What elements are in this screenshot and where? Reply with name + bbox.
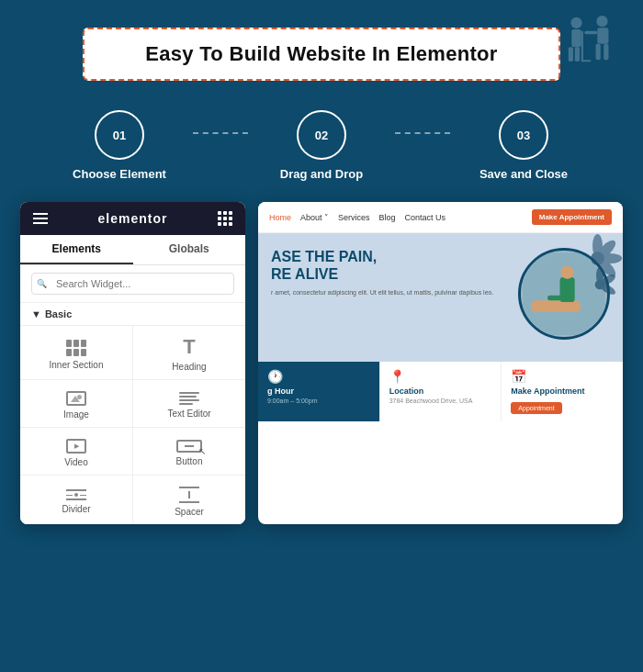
svg-rect-9 [604,44,608,61]
image-icon [66,391,86,406]
appointment-card-title: Make Appointment [511,386,614,396]
hero-subtext: r amet, consectetur adipiscing elit. Ut … [271,288,518,297]
clock-icon: 🕐 [267,369,370,384]
widget-text-editor-label: Text Editor [167,409,210,419]
widget-inner-section-label: Inner Section [50,360,104,370]
step-connector-2 [395,132,450,134]
svg-rect-7 [597,28,608,44]
widget-spacer[interactable]: Spacer [133,476,245,524]
title-box: Easy To Build Website In Elementor [83,28,560,81]
spacer-icon [179,487,199,503]
svg-rect-8 [596,44,601,61]
step-1-circle: 01 [95,110,144,160]
widget-divider-label: Divider [62,504,90,514]
svg-rect-17 [531,300,581,312]
info-card-appointment: 📅 Make Appointment Appointment [502,362,623,421]
divider-icon [66,489,86,500]
widget-divider[interactable]: Divider [20,476,132,524]
step-1-number: 01 [113,129,126,142]
widget-grid: Inner Section T Heading Image [20,325,245,524]
appointment-btn[interactable]: Appointment [511,402,561,414]
step-1-label: Choose Element [73,167,166,181]
text-editor-icon [179,392,199,405]
elementor-panel: elementor Elements Globals ▼ Basic [20,202,245,524]
nav-services[interactable]: Services [338,213,370,222]
hero-text: ASE THE PAIN, RE ALIVE r amet, consectet… [271,248,518,297]
step-3: 03 Save and Close [450,110,597,181]
widget-spacer-label: Spacer [175,507,204,517]
widget-heading-label: Heading [172,362,206,372]
calendar-icon: 📅 [511,369,614,384]
info-card-location: 📍 Location 3784 Beachwood Drive, USA [380,362,502,421]
hero-heading: ASE THE PAIN, RE ALIVE [271,248,518,283]
location-card-title: Location [389,386,492,396]
svg-rect-4 [581,31,583,62]
location-card-sub: 3784 Beachwood Drive, USA [389,398,492,404]
svg-rect-2 [569,47,573,62]
tab-globals[interactable]: Globals [133,235,246,264]
svg-point-0 [570,17,581,28]
tab-elements[interactable]: Elements [20,235,133,264]
preview-hero: ASE THE PAIN, RE ALIVE r amet, consectet… [258,233,623,362]
svg-point-24 [595,280,605,290]
nav-home[interactable]: Home [269,213,291,222]
nav-cta-button[interactable]: Make Appointment [532,209,612,225]
panel-header: elementor [20,202,245,235]
preview-nav: Home About ˅ Services Blog Contact Us Ma… [258,202,623,233]
widget-heading[interactable]: T Heading [133,326,245,379]
step-3-number: 03 [517,129,530,142]
svg-rect-20 [547,296,572,300]
website-preview: Home About ˅ Services Blog Contact Us Ma… [258,202,623,524]
svg-rect-10 [584,31,597,35]
video-icon [66,439,86,454]
flower-bottom-right-icon [581,266,618,307]
widget-text-editor[interactable]: Text Editor [133,380,245,427]
step-2-number: 02 [315,129,328,142]
heading-icon: T [183,337,195,358]
nav-links: Home About ˅ Services Blog Contact Us [269,213,446,222]
info-cards: 🕐 g Hour 9:00am – 5:00pm 📍 Location 3784… [258,362,623,421]
step-3-circle: 03 [499,110,548,160]
widget-inner-section[interactable]: Inner Section [20,326,132,379]
nav-blog[interactable]: Blog [379,213,396,222]
widget-image[interactable]: Image [20,380,132,427]
nav-about[interactable]: About ˅ [300,213,329,222]
svg-point-15 [591,252,604,265]
svg-rect-5 [581,60,592,62]
panel-tabs: Elements Globals [20,235,245,265]
widget-button-label: Button [176,456,203,466]
step-connector-1 [193,132,248,134]
hour-card-title: g Hour [267,386,370,396]
svg-rect-3 [575,47,580,62]
panel-title: elementor [98,211,168,226]
widget-video[interactable]: Video [20,428,132,475]
inner-section-icon [66,340,86,356]
nav-contact[interactable]: Contact Us [405,213,446,222]
search-wrap [31,273,234,295]
steps-row: 01 Choose Element 02 Drag and Drop 03 Sa… [46,110,597,181]
grid-icon[interactable] [218,211,232,226]
top-right-figure-icon [560,9,625,77]
panel-search-area [20,265,245,303]
widget-image-label: Image [63,409,89,420]
step-1: 01 Choose Element [46,110,193,181]
section-title: ▼ Basic [20,303,245,325]
step-2-label: Drag and Drop [280,167,363,181]
main-content: elementor Elements Globals ▼ Basic [20,202,623,524]
widget-button[interactable]: ↖ Button [133,428,245,475]
page-title: Easy To Build Website In Elementor [112,42,531,66]
pin-icon: 📍 [389,369,492,384]
svg-point-6 [596,16,607,27]
step-2: 02 Drag and Drop [248,110,395,181]
step-3-label: Save and Close [479,167,568,181]
search-input[interactable] [31,273,234,295]
svg-rect-1 [571,29,581,47]
widget-video-label: Video [64,457,87,467]
step-2-circle: 02 [297,110,346,160]
button-icon: ↖ [176,440,202,453]
info-card-hour: 🕐 g Hour 9:00am – 5:00pm [258,362,380,421]
hamburger-icon[interactable] [33,213,48,224]
hour-card-sub: 9:00am – 5:00pm [267,398,370,404]
